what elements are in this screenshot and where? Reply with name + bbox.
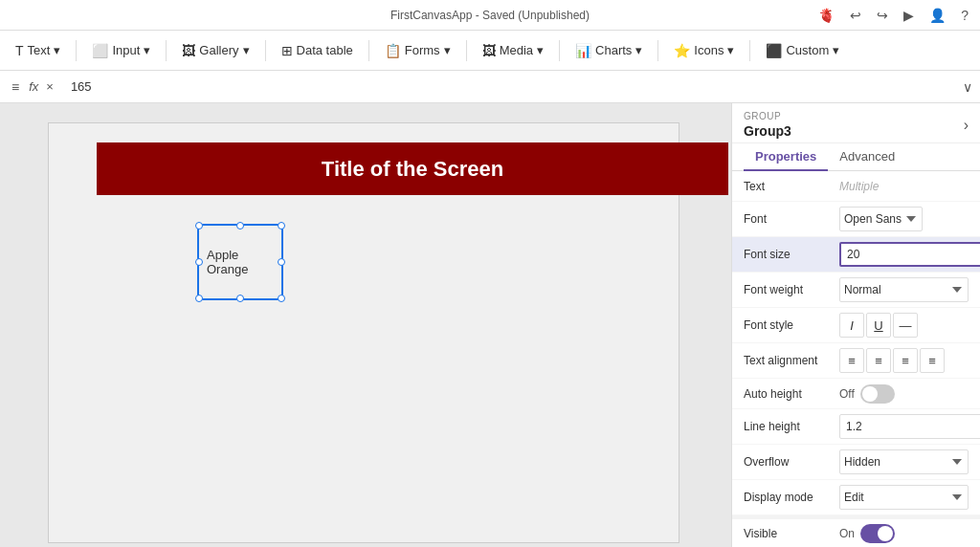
panel-group-label: GROUP [744,111,791,121]
line-height-input[interactable] [839,414,980,439]
text-icon: T [15,43,24,58]
sep5 [466,40,467,61]
toolbar-gallery[interactable]: 🖼 Gallery ▾ [174,39,256,62]
main-area: Title of the Screen Apple Orange [0,103,980,547]
forms-dropdown-icon: ▾ [444,43,451,57]
prop-fontstyle-row: Font style I U — [732,308,980,343]
toolbar-forms[interactable]: 📋 Forms ▾ [377,39,458,62]
text-value: Multiple [839,180,969,193]
health-icon[interactable]: 🫀 [818,8,835,23]
input-icon: ⬜ [92,43,108,58]
auto-height-toggle-wrap: Off [839,384,895,404]
prop-text-row: Text Multiple [732,171,980,202]
italic-button[interactable]: I [839,313,864,338]
user-icon[interactable]: 👤 [929,8,946,23]
align-center-button[interactable]: ≡ [866,348,891,373]
visible-toggle-wrap: On [839,524,895,543]
display-mode-label: Display mode [744,491,839,504]
align-right-button[interactable]: ≡ [893,348,918,373]
strikethrough-button[interactable]: — [893,313,918,338]
app-title: FirstCanvasApp - Saved (Unpublished) [390,9,590,22]
group-content: Apple Orange [199,226,281,298]
prop-autoheight-row: Auto height Off [732,379,980,409]
align-justify-button[interactable]: ≡ [920,348,945,373]
panel-properties: Text Multiple Font Open Sans Font size F… [732,171,980,547]
toolbar-input-label: Input [112,43,140,57]
toolbar-text[interactable]: T Text ▾ [8,39,68,62]
align-left-button[interactable]: ≡ [839,348,864,373]
overflow-select[interactable]: Hidden Scroll [839,449,969,474]
display-mode-select[interactable]: Edit View Disabled [839,485,969,510]
toolbar-media[interactable]: 🖼 Media ▾ [475,39,551,62]
underline-button[interactable]: U [866,313,891,338]
toolbar-datatable[interactable]: ⊞ Data table [274,39,361,62]
toolbar-gallery-label: Gallery [199,43,238,57]
font-select[interactable]: Open Sans [839,207,923,231]
help-icon[interactable]: ? [961,8,969,23]
icons-dropdown-icon: ▾ [727,43,734,57]
prop-textalign-row: Text alignment ≡ ≡ ≡ ≡ [732,343,980,379]
font-style-buttons: I U — [839,313,969,338]
overflow-label: Overflow [744,455,839,469]
text-alignment-label: Text alignment [744,354,839,367]
toolbar-input[interactable]: ⬜ Input ▾ [84,39,158,62]
font-weight-label: Font weight [744,283,839,296]
prop-fontweight-row: Font weight Normal Bold [732,273,980,308]
media-dropdown-icon: ▾ [537,43,544,57]
visible-label: Visible [744,527,839,540]
toolbar-custom-label: Custom [786,43,829,57]
formula-bar: ≡ fx × ∨ [0,71,980,103]
selected-group[interactable]: Apple Orange [197,224,283,300]
toolbar-custom[interactable]: ⬛ Custom ▾ [758,39,847,62]
redo-icon[interactable]: ↪ [877,8,888,23]
text-dropdown-icon: ▾ [54,43,60,57]
group-item-orange: Orange [207,262,274,276]
fx-equals: × [46,79,54,94]
undo-icon[interactable]: ↩ [850,8,861,23]
right-panel: GROUP Group3 › Properties Advanced Text … [731,103,980,547]
text-label: Text [744,180,839,193]
custom-dropdown-icon: ▾ [833,43,839,57]
tab-properties[interactable]: Properties [744,143,828,171]
title-bar: FirstCanvasApp - Saved (Unpublished) 🫀 ↩… [0,0,980,31]
toolbar: T Text ▾ ⬜ Input ▾ 🖼 Gallery ▾ ⊞ Data ta… [0,31,980,71]
font-weight-select[interactable]: Normal Bold [839,277,969,302]
visible-toggle[interactable] [860,524,895,543]
prop-lineheight-row: Line height [732,409,980,445]
line-height-label: Line height [744,420,839,433]
panel-nav-arrow[interactable]: › [964,117,969,134]
nav-menu-icon[interactable]: ≡ [8,77,23,97]
toolbar-text-label: Text [28,43,51,57]
toolbar-datatable-label: Data table [297,43,353,57]
formula-input[interactable] [65,75,957,99]
title-icons: 🫀 ↩ ↪ ▶ 👤 ? [818,8,969,23]
sep2 [166,40,167,61]
auto-height-toggle[interactable] [860,384,895,404]
font-size-input[interactable] [839,242,980,267]
forms-icon: 📋 [385,43,401,58]
tab-advanced[interactable]: Advanced [828,143,906,171]
sep7 [657,40,658,61]
font-select-wrap: Open Sans [839,207,969,231]
icons-icon: ⭐ [674,43,690,58]
sep3 [265,40,266,61]
font-label: Font [744,212,839,226]
text-align-buttons: ≡ ≡ ≡ ≡ [839,348,969,373]
toolbar-icons[interactable]: ⭐ Icons ▾ [666,39,742,62]
canvas-area[interactable]: Title of the Screen Apple Orange [0,103,731,547]
prop-fontsize-row: Font size [732,237,980,273]
input-dropdown-icon: ▾ [144,43,150,57]
charts-icon: 📊 [575,43,591,58]
toolbar-charts-label: Charts [595,43,632,57]
toolbar-charts[interactable]: 📊 Charts ▾ [568,39,650,62]
sep4 [368,40,369,61]
sep8 [749,40,750,61]
auto-height-state: Off [839,387,855,401]
panel-tabs: Properties Advanced [732,143,980,171]
prop-overflow-row: Overflow Hidden Scroll [732,445,980,480]
play-icon[interactable]: ▶ [903,8,914,23]
font-size-label: Font size [744,248,839,261]
formula-expand-icon[interactable]: ∨ [963,79,972,95]
toolbar-icons-label: Icons [694,43,724,57]
datatable-icon: ⊞ [281,43,293,58]
